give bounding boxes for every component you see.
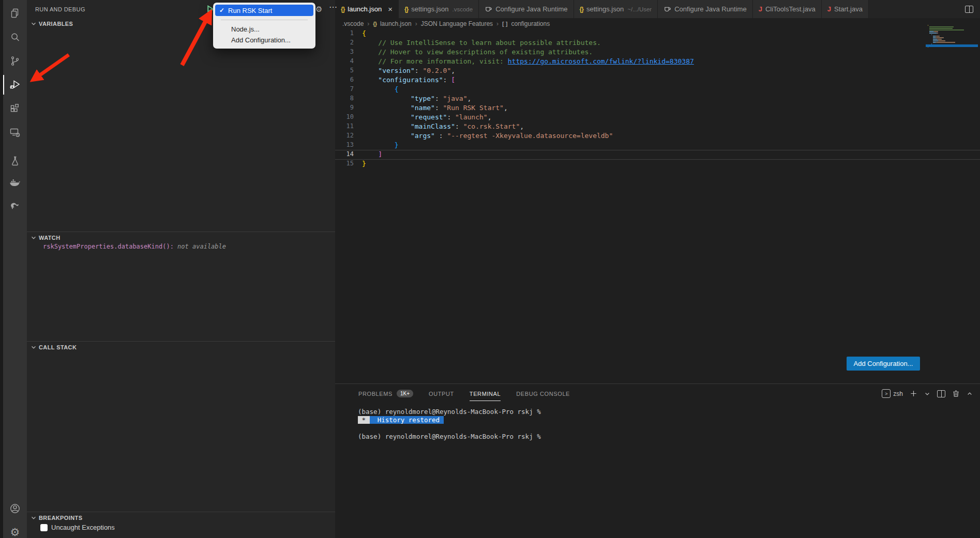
dropdown-item-run-rsk-start[interactable]: ✓ Run RSK Start bbox=[215, 5, 313, 16]
close-icon[interactable]: × bbox=[388, 5, 393, 13]
debug-config-dropdown-menu: ✓ Run RSK Start Node.js... Add Configura… bbox=[213, 3, 315, 49]
gear-icon: ⚙ bbox=[10, 527, 20, 537]
split-editor-icon[interactable] bbox=[965, 6, 973, 13]
tab-settings-json[interactable]: {}settings.json~/.../User bbox=[574, 0, 658, 18]
activity-item-source-control[interactable] bbox=[3, 51, 27, 71]
line-text: { bbox=[354, 29, 366, 39]
line-number: 9 bbox=[335, 104, 354, 113]
line-number: 8 bbox=[335, 95, 354, 104]
tab-clitoolstest-java[interactable]: JCliToolsTest.java bbox=[753, 0, 822, 18]
activity-item-run-and-debug[interactable] bbox=[3, 74, 27, 95]
panel-tab-output[interactable]: OUTPUT bbox=[429, 384, 454, 403]
activity-item-testing[interactable] bbox=[3, 151, 27, 172]
activity-item-docker[interactable] bbox=[3, 173, 27, 193]
section-label: VARIABLES bbox=[39, 21, 73, 27]
watch-expression-row[interactable]: rskSystemProperties.databaseKind(): not … bbox=[43, 243, 226, 250]
sidebar-title: RUN AND DEBUG bbox=[35, 6, 85, 12]
activity-item-settings[interactable]: ⚙ bbox=[3, 521, 27, 538]
code-line: 7 { bbox=[335, 85, 980, 95]
line-text: // For more information, visit: https://… bbox=[354, 57, 694, 67]
minimap-line bbox=[928, 40, 977, 41]
add-configuration-button[interactable]: Add Configuration... bbox=[847, 357, 920, 371]
minimap-line bbox=[928, 29, 977, 30]
tab-settings-json[interactable]: {}settings.json.vscode bbox=[399, 0, 479, 18]
code-line: 11 "mainClass": "co.rsk.Start", bbox=[335, 122, 980, 132]
line-text: } bbox=[354, 141, 398, 150]
minimap-line bbox=[928, 28, 977, 29]
breakpoint-row: Uncaught Exceptions bbox=[40, 524, 115, 531]
tab-label: CliToolsTest.java bbox=[765, 5, 816, 13]
breadcrumb-item[interactable]: .vscode bbox=[342, 20, 364, 27]
checkmark-icon: ✓ bbox=[219, 7, 224, 14]
new-terminal-icon[interactable] bbox=[910, 390, 917, 397]
tab-configure-java-runtime[interactable]: Configure Java Runtime bbox=[658, 0, 752, 18]
section-watch[interactable]: WATCH bbox=[27, 232, 335, 243]
breadcrumb-item[interactable]: launch.json bbox=[380, 20, 412, 27]
menu-separator bbox=[221, 20, 308, 20]
json-file-icon: {} bbox=[341, 6, 344, 13]
activity-item-explorer[interactable] bbox=[3, 3, 27, 24]
code-line: 14 ] bbox=[335, 150, 980, 160]
line-number: 1 bbox=[335, 29, 354, 39]
breadcrumb: .vscode › {} launch.json › JSON Language… bbox=[335, 18, 980, 29]
tab-label: Configure Java Runtime bbox=[674, 5, 746, 13]
panel-tab-debug-console[interactable]: DEBUG CONSOLE bbox=[516, 384, 570, 403]
terminal-output[interactable]: (base) reynoldmorel@Reynolds-MacBook-Pro… bbox=[358, 408, 980, 441]
panel-tab-problems[interactable]: PROBLEMS1K+ bbox=[358, 384, 413, 403]
tabbar-actions bbox=[958, 0, 980, 18]
section-call-stack[interactable]: CALL STACK bbox=[27, 341, 335, 353]
minimap-line bbox=[928, 31, 977, 32]
minimap-line bbox=[928, 26, 977, 27]
bottom-panel: PROBLEMS1K+OUTPUTTERMINALDEBUG CONSOLE >… bbox=[335, 383, 980, 538]
breadcrumb-separator: › bbox=[367, 20, 369, 27]
breadcrumb-item[interactable]: JSON Language Features bbox=[421, 20, 493, 27]
uncaught-exceptions-checkbox[interactable] bbox=[40, 524, 48, 531]
line-text: { bbox=[354, 85, 398, 95]
maximize-panel-chevron-up-icon[interactable] bbox=[967, 391, 973, 397]
tab-start-java[interactable]: JStart.java bbox=[822, 0, 869, 18]
section-label: BREAKPOINTS bbox=[39, 515, 82, 521]
activity-item-gradle[interactable] bbox=[3, 194, 27, 215]
activity-item-extensions[interactable] bbox=[3, 98, 27, 119]
line-text: "type": "java", bbox=[354, 95, 471, 104]
line-number: 2 bbox=[335, 39, 354, 48]
activity-item-remote-explorer[interactable] bbox=[3, 122, 27, 143]
kill-terminal-trash-icon[interactable] bbox=[952, 390, 960, 397]
debug-settings-gear-icon[interactable]: ⚙ bbox=[315, 5, 322, 13]
chevron-down-icon[interactable] bbox=[924, 391, 930, 397]
panel-tab-label: DEBUG CONSOLE bbox=[516, 391, 570, 397]
tab-detail: ~/.../User bbox=[627, 6, 652, 12]
panel-tab-terminal[interactable]: TERMINAL bbox=[470, 384, 501, 403]
line-number: 11 bbox=[335, 122, 354, 132]
chevron-down-icon bbox=[30, 514, 37, 521]
tab-configure-java-runtime[interactable]: Configure Java Runtime bbox=[479, 0, 574, 18]
panel-tab-label: OUTPUT bbox=[429, 391, 454, 397]
code-editor[interactable]: 1{2 // Use IntelliSense to learn about p… bbox=[335, 29, 980, 169]
tab-label: settings.json bbox=[411, 5, 448, 13]
extensions-icon bbox=[9, 102, 21, 115]
line-text: ] bbox=[354, 150, 382, 160]
activity-item-accounts[interactable] bbox=[3, 498, 27, 519]
tab-launch-json[interactable]: {}launch.json× bbox=[335, 0, 399, 18]
activity-item-search[interactable] bbox=[3, 27, 27, 48]
panel-tab-label: TERMINAL bbox=[470, 391, 501, 397]
terminal-shell-selector[interactable]: > zsh bbox=[882, 389, 903, 398]
minimap[interactable] bbox=[928, 25, 977, 48]
section-breakpoints[interactable]: BREAKPOINTS bbox=[27, 512, 335, 524]
line-text: "configurations": [ bbox=[354, 76, 455, 85]
minimap-line bbox=[928, 36, 977, 37]
shell-label: zsh bbox=[893, 390, 903, 397]
run-and-debug-sidebar: RUN AND DEBUG ⚙ ⋯ VARIABLES WATCH rskSys… bbox=[27, 0, 335, 538]
split-terminal-icon[interactable] bbox=[937, 390, 945, 397]
breadcrumb-item[interactable]: configurations bbox=[511, 20, 550, 27]
activity-bar: ⚙ bbox=[3, 0, 27, 538]
json-file-icon: {} bbox=[404, 6, 408, 13]
breakpoint-label: Uncaught Exceptions bbox=[51, 524, 115, 531]
dropdown-item-add-configuration[interactable]: Add Configuration... bbox=[215, 35, 313, 45]
line-text: // Hover to view descriptions of existin… bbox=[354, 48, 593, 57]
dropdown-item-nodejs[interactable]: Node.js... bbox=[215, 24, 313, 35]
line-text: "name": "Run RSK Start", bbox=[354, 104, 508, 113]
line-text: } bbox=[354, 160, 366, 169]
beaker-icon bbox=[9, 155, 21, 167]
more-actions-icon[interactable]: ⋯ bbox=[329, 2, 337, 12]
